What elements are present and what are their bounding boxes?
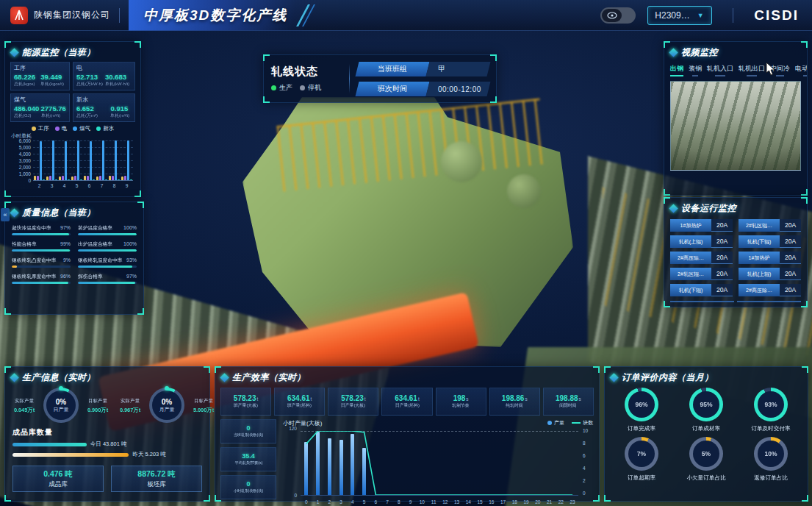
quality-collapse-button[interactable]: « bbox=[1, 208, 10, 221]
scrollbar-segment[interactable] bbox=[737, 301, 801, 302]
output-gauge-group: 实际产量0.045万t0%日产量目标产量0.900万t bbox=[8, 388, 114, 423]
legend-item[interactable]: 新水 bbox=[96, 125, 114, 132]
metric-value: 0.915 bbox=[110, 104, 132, 113]
bar bbox=[99, 176, 101, 180]
legend-item[interactable]: 煤气 bbox=[73, 125, 90, 132]
equipment-name-chip[interactable]: 2#轧区辊… bbox=[670, 268, 711, 280]
order-donut: 10%返修订单占比 bbox=[740, 437, 802, 482]
y-tick-label: 120 bbox=[289, 426, 297, 431]
camera-tab[interactable]: 装钢 bbox=[689, 64, 702, 76]
bar bbox=[130, 179, 132, 180]
equipment-row: 2#轧区辊…20A bbox=[739, 219, 801, 232]
equipment-name-chip[interactable]: 轧机(下辊) bbox=[670, 284, 711, 296]
y-tick-label: 2,000 bbox=[19, 165, 31, 170]
efficiency-stat-tile: 578.23t班产量(大板) bbox=[220, 388, 271, 416]
equipment-name-chip[interactable]: 1#加热炉 bbox=[739, 252, 780, 264]
stat-label: 间隙时间 bbox=[560, 402, 577, 408]
equipment-name-chip[interactable]: 轧机(上辊) bbox=[739, 268, 780, 280]
chip-label: 当班班组 bbox=[378, 64, 407, 74]
quality-item: 钢板终轧温度命中率93% bbox=[78, 257, 137, 268]
progress-track bbox=[78, 233, 137, 235]
equipment-name-chip[interactable]: 轧机(下辊) bbox=[739, 235, 780, 248]
legend-item[interactable]: 块数 bbox=[572, 419, 593, 427]
hour-tick-label: 21 bbox=[544, 499, 556, 505]
company-name: 陕钢集团汉钢公司 bbox=[34, 9, 110, 21]
legend-label: 工序 bbox=[38, 125, 49, 132]
quality-percent: 9% bbox=[63, 257, 71, 263]
quality-label: 性能合格率 bbox=[12, 240, 37, 248]
scrollbar-segment[interactable] bbox=[670, 301, 734, 302]
stat-value: 198s bbox=[453, 394, 469, 402]
quality-percent: 100% bbox=[123, 241, 137, 246]
mini-label: 小时轧制块数(块) bbox=[234, 488, 263, 494]
bar bbox=[84, 176, 86, 180]
line-status-panel: 轧线状态 生产停机 当班班组甲班次时间00:00-12:00 bbox=[263, 54, 497, 103]
donut-label: 小欠量订单占比 bbox=[686, 474, 725, 481]
stock-section-title: 成品库数量 bbox=[5, 424, 209, 439]
progress-track bbox=[78, 266, 137, 268]
legend-line-icon bbox=[572, 422, 581, 424]
progress-track bbox=[12, 249, 71, 252]
camera-tab[interactable]: 轧机入口 bbox=[707, 64, 733, 76]
x-tick-label: 2 bbox=[33, 183, 46, 188]
chip-label: 班次时间 bbox=[378, 84, 407, 94]
quality-percent: 100% bbox=[123, 225, 137, 230]
status-field-row: 当班班组甲 bbox=[356, 62, 491, 76]
equipment-name-chip[interactable]: 2#高压除… bbox=[670, 252, 711, 264]
efficiency-stat-tile: 198s轧制节奏 bbox=[436, 388, 486, 416]
visibility-toggle[interactable] bbox=[600, 7, 636, 24]
progress-fill bbox=[12, 266, 17, 268]
energy-metric: 68.226总耗(kgce) bbox=[14, 73, 37, 88]
quality-label: 装炉温度合格率 bbox=[78, 224, 112, 232]
stock-bars: 今日 43.801 吨昨天 5.203 吨 bbox=[5, 439, 209, 460]
camera-tab[interactable]: 出钢 bbox=[670, 64, 683, 76]
energy-tile-name: 电 bbox=[76, 64, 132, 72]
equipment-scrollbar bbox=[670, 301, 801, 302]
metric-label: 单耗(kgce/t) bbox=[40, 81, 64, 87]
value-text: 00:00-12:00 bbox=[438, 85, 481, 93]
equipment-name-chip[interactable]: 2#轧区辊… bbox=[739, 219, 780, 232]
camera-tab[interactable]: 轧机出口 bbox=[739, 64, 765, 76]
panel-diamond-icon bbox=[669, 204, 678, 213]
target-output-label: 目标产量 bbox=[83, 397, 112, 404]
status-field-chip[interactable]: 当班班组 bbox=[356, 62, 430, 76]
camera-feed-image[interactable] bbox=[670, 81, 801, 171]
legend-item[interactable]: 电 bbox=[55, 125, 68, 132]
energy-tiles: 工序68.226总耗(kgce)39.449单耗(kgce/t)电52.713总… bbox=[5, 61, 140, 123]
stock-bar bbox=[12, 453, 129, 457]
y-tick-label: 6 bbox=[580, 453, 593, 458]
line-status-legend: 生产停机 bbox=[271, 83, 342, 93]
equipment-value: 20A bbox=[711, 252, 733, 264]
mouse-cursor-icon bbox=[766, 62, 776, 79]
y-tick-label: 1,000 bbox=[19, 171, 31, 177]
hour-tick-label: 20 bbox=[532, 499, 544, 505]
device-select-dropdown[interactable]: H2309… ▼ bbox=[647, 6, 712, 25]
efficiency-mini-tile: 35.4平均轧制节奏(s) bbox=[220, 447, 276, 471]
bar-group bbox=[83, 140, 96, 180]
hour-tick-label: 4 bbox=[347, 499, 359, 505]
metric-label: 单耗(kW·h/t) bbox=[105, 81, 129, 87]
hour-tick-label: 7 bbox=[381, 499, 393, 505]
bar bbox=[87, 176, 89, 180]
legend-item[interactable]: 产量 bbox=[547, 419, 564, 427]
equipment-name-chip[interactable]: 轧机(上辊) bbox=[670, 235, 711, 248]
efficiency-stat-tile: 198.88s间隙时间 bbox=[543, 388, 594, 416]
quality-percent: 96% bbox=[60, 274, 71, 279]
camera-tab[interactable]: 电动辊道 bbox=[795, 64, 807, 76]
legend-dot-icon bbox=[96, 126, 101, 131]
energy-panel-title: 能源监控（当班） bbox=[22, 46, 96, 59]
bar bbox=[71, 177, 73, 180]
stock-bar-row: 今日 43.801 吨 bbox=[5, 439, 209, 449]
equipment-name-chip[interactable]: 1#加热炉 bbox=[670, 219, 711, 232]
energy-tile: 煤气486.040总耗(GJ)2775.76单耗(m³/t) bbox=[10, 93, 70, 122]
stat-label: 班产量(大板) bbox=[234, 402, 258, 408]
donut-percent: 93% bbox=[754, 388, 788, 421]
equipment-name-chip[interactable]: 2#高压除… bbox=[739, 284, 780, 296]
hour-tick-label: 5 bbox=[359, 499, 370, 505]
legend-item[interactable]: 工序 bbox=[32, 125, 49, 132]
y-tick-label: 4 bbox=[580, 466, 593, 471]
status-field-chip[interactable]: 班次时间 bbox=[356, 82, 430, 96]
donut-label: 订单完成率 bbox=[628, 424, 655, 432]
gridline: 0 bbox=[33, 180, 133, 181]
hour-tick-label: 12 bbox=[439, 499, 451, 505]
